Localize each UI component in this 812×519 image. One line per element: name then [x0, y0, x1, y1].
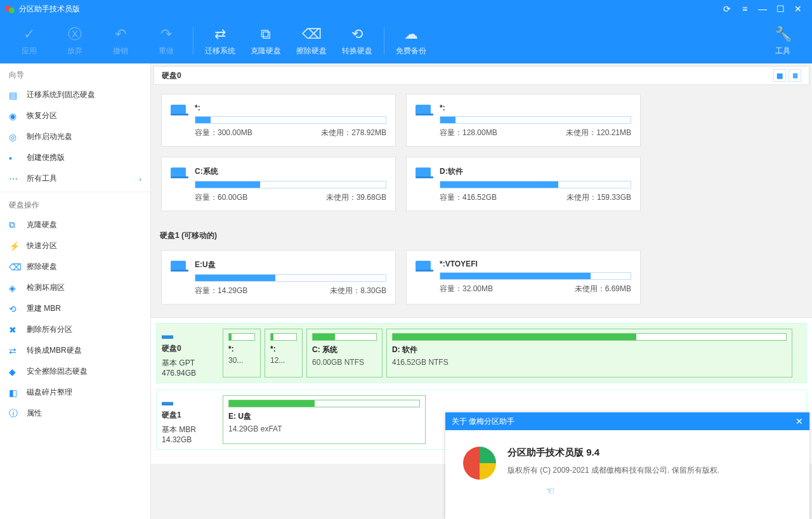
- disk-name: 硬盘0: [162, 343, 219, 354]
- sidebar-item-label: 恢复分区: [27, 110, 57, 121]
- app-title: 分区助手技术员版: [19, 4, 80, 15]
- sidebar-item-label: 创建便携版: [27, 152, 65, 163]
- partition-name: D:软件: [440, 166, 631, 177]
- chevron-right-icon: ›: [139, 175, 141, 183]
- partition-segment[interactable]: E: U盘14.29GB exFAT: [223, 395, 426, 444]
- sidebar-item-ops-9[interactable]: ⓘ属性: [0, 403, 150, 424]
- partition-card[interactable]: E:U盘容量：14.29GB未使用：8.30GB: [161, 250, 396, 305]
- sidebar-item-ops-3[interactable]: ◈检测坏扇区: [0, 277, 150, 298]
- sidebar-item-label: 擦除硬盘: [27, 261, 57, 272]
- sidebar-wizard-header: 向导: [0, 63, 150, 84]
- about-copyright: 版权所有 (C) 2009-2021 成都傲梅科技有限公司. 保留所有版权.: [508, 465, 719, 476]
- sidebar-item-ops-4[interactable]: ⟲重建 MBR: [0, 298, 150, 319]
- sidebar-item-label: 属性: [27, 408, 42, 419]
- disk-bar[interactable]: ▬硬盘0基本 GPT476.94GB*:30...*:12...C: 系统60.…: [156, 323, 807, 383]
- partition-card[interactable]: *:容量：300.00MB未使用：278.92MB: [161, 94, 396, 147]
- free-label: 未使用：120.21MB: [566, 128, 631, 138]
- clone-disk-button[interactable]: ⧉克隆硬盘: [243, 22, 289, 60]
- usage-bar: [195, 116, 386, 124]
- free-label: 未使用：8.30GB: [330, 286, 386, 296]
- convert-disk-button[interactable]: ⟲转换硬盘: [334, 22, 380, 60]
- partition-card[interactable]: D:软件容量：416.52GB未使用：159.33GB: [406, 157, 641, 211]
- disk-icon: ▬: [162, 395, 219, 409]
- view-tile-icon[interactable]: ▦: [773, 69, 786, 82]
- free-label: 未使用：6.69MB: [575, 284, 631, 294]
- segment-sub: 60.00GB NTFS: [312, 358, 377, 367]
- partition-card[interactable]: *:VTOYEFI容量：32.00MB未使用：6.69MB: [406, 250, 641, 305]
- disk-size: 14.32GB: [162, 435, 219, 444]
- menu-icon[interactable]: ≡: [736, 0, 754, 18]
- sidebar: 向导 ▤迁移系统到固态硬盘◉恢复分区◎制作启动光盘▪创建便携版⋯所有工具› 硬盘…: [0, 63, 151, 519]
- partition-name: E:U盘: [195, 260, 386, 270]
- sidebar-item-wizard-0[interactable]: ▤迁移系统到固态硬盘: [0, 84, 150, 105]
- undo-button[interactable]: ↶撤销: [98, 22, 143, 60]
- sidebar-item-wizard-3[interactable]: ▪创建便携版: [0, 147, 150, 168]
- sidebar-icon: ◉: [9, 111, 22, 121]
- partition-card[interactable]: C:系统容量：60.00GB未使用：39.68GB: [161, 157, 396, 211]
- drive-icon: [416, 105, 433, 117]
- content-area: 硬盘0 ▦ ≣ *:容量：300.00MB未使用：278.92MB*:容量：12…: [151, 63, 812, 519]
- sidebar-item-ops-2[interactable]: ⌫擦除硬盘: [0, 256, 150, 277]
- wipe-disk-button[interactable]: ⌫擦除硬盘: [289, 22, 334, 60]
- drive-icon: [171, 105, 188, 117]
- segment-sub: 30...: [228, 356, 255, 365]
- capacity-label: 容量：128.00MB: [440, 128, 497, 138]
- sidebar-item-wizard-4[interactable]: ⋯所有工具›: [0, 168, 150, 189]
- sidebar-icon: ▤: [9, 90, 22, 100]
- sidebar-item-ops-8[interactable]: ◧磁盘碎片整理: [0, 382, 150, 403]
- sidebar-item-label: 克隆硬盘: [27, 220, 57, 230]
- sidebar-item-label: 制作启动光盘: [27, 131, 72, 142]
- about-close-button[interactable]: ✕: [796, 416, 803, 426]
- sidebar-icon: ⌫: [9, 262, 22, 272]
- tools-button[interactable]: 🔧工具: [760, 22, 806, 60]
- segment-label: *:: [228, 345, 255, 353]
- free-backup-button[interactable]: ☁免费备份: [388, 22, 434, 60]
- sidebar-icon: ◈: [9, 283, 22, 293]
- sidebar-item-label: 转换成MBR硬盘: [27, 345, 82, 356]
- sidebar-item-wizard-2[interactable]: ◎制作启动光盘: [0, 126, 150, 147]
- close-button[interactable]: ✕: [789, 0, 807, 18]
- disk0-header[interactable]: 硬盘0 ▦ ≣: [154, 66, 809, 85]
- partition-segment[interactable]: C: 系统60.00GB NTFS: [306, 329, 383, 378]
- drive-icon: [416, 168, 433, 180]
- capacity-label: 容量：60.00GB: [195, 192, 247, 203]
- sidebar-item-ops-7[interactable]: ◆安全擦除固态硬盘: [0, 361, 150, 382]
- sidebar-item-wizard-1[interactable]: ◉恢复分区: [0, 105, 150, 126]
- refresh-icon[interactable]: ⟳: [718, 0, 736, 18]
- partition-segment[interactable]: D: 软件416.52GB NTFS: [386, 329, 792, 378]
- usage-bar: [440, 272, 631, 280]
- sidebar-item-ops-5[interactable]: ✖删除所有分区: [0, 319, 150, 340]
- segment-sub: 12...: [270, 356, 297, 365]
- sidebar-item-ops-1[interactable]: ⚡快速分区: [0, 235, 150, 256]
- discard-button[interactable]: ⓧ放弃: [52, 22, 98, 60]
- usage-bar: [440, 116, 631, 124]
- usage-bar: [195, 274, 386, 282]
- capacity-label: 容量：32.00MB: [440, 284, 493, 294]
- apply-button[interactable]: ✓应用: [6, 22, 52, 60]
- segment-sub: 416.52GB NTFS: [392, 358, 787, 367]
- sidebar-item-ops-6[interactable]: ⇄转换成MBR硬盘: [0, 340, 150, 361]
- free-label: 未使用：159.33GB: [566, 192, 631, 203]
- disk-icon: ▬: [162, 329, 219, 342]
- sidebar-icon: ⟲: [9, 304, 22, 314]
- sidebar-icon: ⓘ: [9, 409, 22, 419]
- capacity-label: 容量：416.52GB: [440, 192, 497, 203]
- migrate-os-button[interactable]: ⇄迁移系统: [197, 22, 243, 60]
- disk1-header[interactable]: 硬盘1 (可移动的): [151, 224, 812, 244]
- partition-segment[interactable]: *:30...: [223, 329, 261, 378]
- maximize-button[interactable]: ☐: [771, 0, 789, 18]
- capacity-label: 容量：300.00MB: [195, 128, 252, 138]
- view-list-icon[interactable]: ≣: [789, 69, 801, 82]
- sidebar-icon: ⋯: [9, 174, 22, 184]
- partition-name: C:系统: [195, 166, 386, 177]
- sidebar-item-label: 快速分区: [27, 240, 57, 251]
- sidebar-item-label: 迁移系统到固态硬盘: [27, 89, 95, 100]
- about-title: 关于 傲梅分区助手: [452, 416, 514, 427]
- minimize-button[interactable]: —: [754, 0, 771, 18]
- sidebar-icon: ⇄: [9, 346, 22, 356]
- partition-card[interactable]: *:容量：128.00MB未使用：120.21MB: [406, 94, 641, 147]
- partition-segment[interactable]: *:12...: [265, 329, 303, 378]
- redo-button[interactable]: ↷重做: [143, 22, 189, 60]
- sidebar-item-ops-0[interactable]: ⧉克隆硬盘: [0, 214, 150, 235]
- sidebar-icon: ▪: [9, 153, 22, 163]
